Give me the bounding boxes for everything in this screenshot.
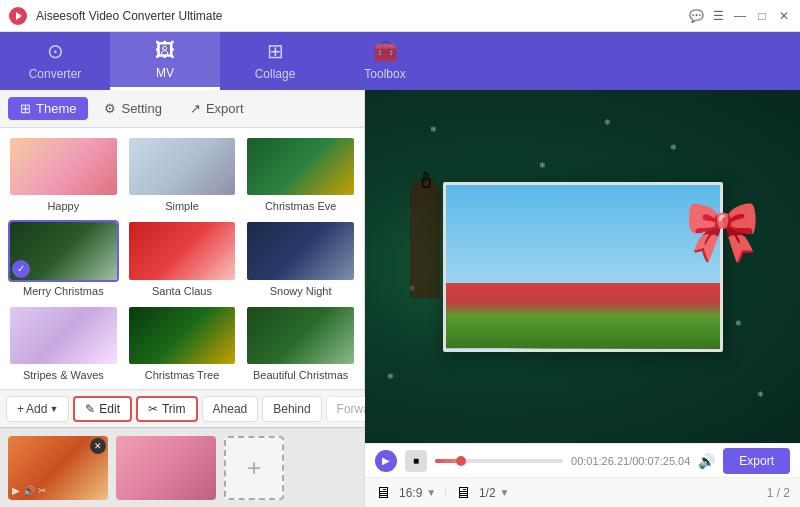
- theme-label-happy: Happy: [47, 200, 79, 212]
- theme-label-simple: Simple: [165, 200, 199, 212]
- bow-decoration: 🎀: [685, 196, 760, 267]
- theme-subtab-icon: ⊞: [20, 101, 31, 116]
- behind-label: Behind: [273, 402, 310, 416]
- theme-label-christmas-tree: Christmas Tree: [145, 369, 220, 381]
- converter-icon: ⊙: [47, 39, 64, 63]
- preview-inner: [446, 185, 720, 349]
- minimize-btn[interactable]: —: [732, 8, 748, 24]
- progress-bar[interactable]: [435, 459, 563, 463]
- snowflake-5: ❄: [604, 118, 611, 127]
- theme-thumb-happy: [8, 136, 119, 197]
- time-display: 00:01:26.21/00:07:25.04: [571, 455, 690, 467]
- film-item-1[interactable]: ✕ ▶ 🔊 ✂: [8, 436, 108, 500]
- maximize-btn[interactable]: □: [754, 8, 770, 24]
- theme-label-stripes-waves: Stripes & Waves: [23, 369, 104, 381]
- ratio-value: 16:9: [399, 486, 422, 500]
- add-arrow: ▼: [49, 404, 58, 414]
- theme-thumb-christmas-tree: [127, 305, 238, 366]
- tab-toolbox-label: Toolbox: [364, 67, 405, 81]
- theme-label-santa-claus: Santa Claus: [152, 285, 212, 297]
- tab-mv[interactable]: 🖼 MV: [110, 32, 220, 90]
- subtab-export-label: Export: [206, 101, 244, 116]
- candle-flame: 🕯: [415, 168, 437, 194]
- snowflake-6: ❄: [539, 161, 546, 170]
- audio-film-icon: 🔊: [23, 485, 35, 496]
- add-button[interactable]: + Add ▼: [6, 396, 69, 422]
- close-btn[interactable]: ✕: [776, 8, 792, 24]
- film-close-1[interactable]: ✕: [90, 438, 106, 454]
- theme-thumb-snowy-night: [245, 220, 356, 281]
- main-content: ⊞ Theme ⚙ Setting ↗ Export HappySimpleCh…: [0, 90, 800, 507]
- theme-item-happy[interactable]: Happy: [8, 136, 119, 212]
- monitor-icon: 🖥: [455, 484, 471, 502]
- theme-grid: HappySimpleChristmas Eve✓Merry Christmas…: [0, 128, 364, 389]
- theme-item-santa-claus[interactable]: Santa Claus: [127, 220, 238, 296]
- left-panel: ⊞ Theme ⚙ Setting ↗ Export HappySimpleCh…: [0, 90, 365, 507]
- subtab-export[interactable]: ↗ Export: [178, 97, 256, 120]
- tab-toolbox[interactable]: 🧰 Toolbox: [330, 32, 440, 90]
- title-bar: Aiseesoft Video Converter Ultimate 💬 ☰ —…: [0, 0, 800, 32]
- play-button[interactable]: ▶: [375, 450, 397, 472]
- subtab-setting[interactable]: ⚙ Setting: [92, 97, 173, 120]
- theme-item-simple[interactable]: Simple: [127, 136, 238, 212]
- preview-background: ❄ ❄ ❄ ❄ ❄ ❄ ❄ ❄ ❄ ❄ 🕯: [365, 90, 800, 443]
- export-button[interactable]: Export: [723, 448, 790, 474]
- collage-icon: ⊞: [267, 39, 284, 63]
- ahead-label: Ahead: [213, 402, 248, 416]
- candle-silhouette: [410, 178, 440, 298]
- preview-area: ❄ ❄ ❄ ❄ ❄ ❄ ❄ ❄ ❄ ❄ 🕯: [365, 90, 800, 443]
- ratio-select[interactable]: 16:9 ▼: [399, 486, 436, 500]
- zoom-value: 1/2: [479, 486, 496, 500]
- add-film-button[interactable]: +: [224, 436, 284, 500]
- theme-item-beautiful-christmas[interactable]: Beautiful Christmas: [245, 305, 356, 381]
- theme-item-christmas-tree[interactable]: Christmas Tree: [127, 305, 238, 381]
- behind-button[interactable]: Behind: [262, 396, 321, 422]
- film-item-2[interactable]: [116, 436, 216, 500]
- snowflake-9: ❄: [387, 372, 394, 381]
- menu-btn[interactable]: ☰: [710, 8, 726, 24]
- progress-thumb[interactable]: [456, 456, 466, 466]
- theme-item-christmas-eve[interactable]: Christmas Eve: [245, 136, 356, 212]
- theme-item-stripes-waves[interactable]: Stripes & Waves: [8, 305, 119, 381]
- theme-item-merry-christmas[interactable]: ✓Merry Christmas: [8, 220, 119, 296]
- theme-thumb-simple: [127, 136, 238, 197]
- theme-thumb-beautiful-christmas: [245, 305, 356, 366]
- zoom-arrow: ▼: [500, 487, 510, 498]
- resolution-bar: 🖥 16:9 ▼ | 🖥 1/2 ▼ 1 / 2: [365, 477, 800, 507]
- tab-collage[interactable]: ⊞ Collage: [220, 32, 330, 90]
- add-film-icon: +: [247, 454, 261, 482]
- playback-bar: ▶ ■ 00:01:26.21/00:07:25.04 🔊 Export: [365, 443, 800, 477]
- trim-button[interactable]: ✂ Trim: [136, 396, 198, 422]
- theme-inner-stripes-waves: [10, 307, 117, 364]
- play-film-icon: ▶: [12, 485, 20, 496]
- edit-icon: ✎: [85, 402, 95, 416]
- current-badge-merry-christmas: ✓: [12, 260, 30, 278]
- subtab-theme[interactable]: ⊞ Theme: [8, 97, 88, 120]
- theme-item-snowy-night[interactable]: Snowy Night: [245, 220, 356, 296]
- trim-icon: ✂: [148, 402, 158, 416]
- subtab-setting-label: Setting: [121, 101, 161, 116]
- theme-inner-beautiful-christmas: [247, 307, 354, 364]
- tab-converter[interactable]: ⊙ Converter: [0, 32, 110, 90]
- volume-icon[interactable]: 🔊: [698, 453, 715, 469]
- edit-label: Edit: [99, 402, 120, 416]
- right-panel: ❄ ❄ ❄ ❄ ❄ ❄ ❄ ❄ ❄ ❄ 🕯: [365, 90, 800, 507]
- filmstrip: ✕ ▶ 🔊 ✂ +: [0, 427, 364, 507]
- stop-button[interactable]: ■: [405, 450, 427, 472]
- app-logo: [8, 6, 28, 26]
- theme-inner-happy: [10, 138, 117, 195]
- ratio-arrow: ▼: [426, 487, 436, 498]
- ahead-button[interactable]: Ahead: [202, 396, 259, 422]
- zoom-select[interactable]: 1/2 ▼: [479, 486, 510, 500]
- app-title: Aiseesoft Video Converter Ultimate: [36, 9, 688, 23]
- trim-label: Trim: [162, 402, 186, 416]
- edit-button[interactable]: ✎ Edit: [73, 396, 132, 422]
- snowflake-1: ❄: [430, 125, 437, 134]
- snowflake-8: ❄: [735, 319, 742, 328]
- theme-inner-christmas-tree: [129, 307, 236, 364]
- chat-btn[interactable]: 💬: [688, 8, 704, 24]
- theme-inner-snowy-night: [247, 222, 354, 279]
- tab-mv-label: MV: [156, 66, 174, 80]
- export-subtab-icon: ↗: [190, 101, 201, 116]
- theme-inner-simple: [129, 138, 236, 195]
